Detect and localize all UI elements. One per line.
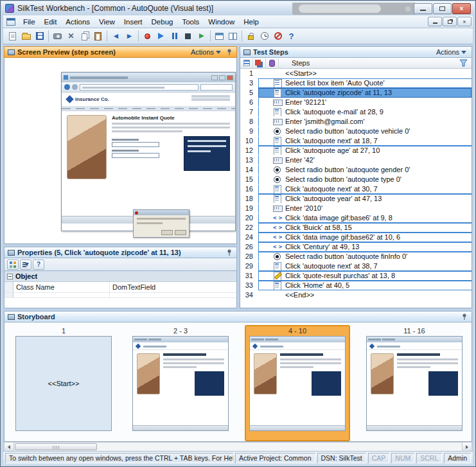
categorized-button[interactable]: [7, 260, 19, 270]
test-step-row[interactable]: 28Select radio button 'autoquote finInfo…: [240, 252, 472, 261]
window-layout-button[interactable]: [213, 30, 226, 43]
scroll-right-button[interactable]: [462, 443, 472, 451]
split-layout-button[interactable]: [226, 30, 240, 43]
test-step-row[interactable]: 10Click 'autoquote next' at 18, 7: [240, 136, 472, 146]
undo-button[interactable]: ◄: [109, 30, 123, 43]
clock-button[interactable]: [258, 30, 271, 43]
storyboard-page-thumbnail[interactable]: [366, 336, 463, 431]
screen-preview-actions-button[interactable]: Actions: [189, 48, 223, 57]
test-step-row[interactable]: 18Click 'autoquote year' at 47, 13: [240, 194, 472, 204]
scrollbar-thumb[interactable]: [15, 443, 97, 450]
test-step-row[interactable]: 9Select radio button 'autoquote vehicle …: [240, 127, 472, 136]
title-bar[interactable]: SilkTest Workbench - [Common - AutoQuote…: [1, 1, 475, 15]
mdi-minimize-button[interactable]: [428, 17, 442, 26]
mdi-child-icon[interactable]: [6, 18, 15, 26]
menu-insert[interactable]: Insert: [119, 17, 147, 27]
test-step-row[interactable]: 13Enter '42': [240, 155, 472, 165]
scroll-left-button[interactable]: [4, 443, 14, 451]
close-button[interactable]: ×: [452, 3, 471, 14]
minimize-button[interactable]: [414, 3, 432, 14]
paste-button[interactable]: [91, 30, 105, 43]
play-button[interactable]: [154, 30, 168, 43]
maximize-button[interactable]: [433, 3, 452, 14]
stop-button[interactable]: [181, 30, 195, 43]
mdi-restore-button[interactable]: [443, 17, 457, 26]
menu-tools[interactable]: Tools: [177, 17, 204, 27]
property-grid[interactable]: Object Class NameDomTextField: [4, 271, 237, 308]
test-steps-header[interactable]: Test Steps Actions: [240, 46, 472, 58]
block-button[interactable]: [271, 30, 285, 43]
test-step-row[interactable]: 6Enter '92121': [240, 98, 472, 107]
steps-column-header[interactable]: Steps: [240, 58, 472, 69]
screenshot-column-icon[interactable]: [253, 58, 266, 68]
test-step-row[interactable]: 22Click 'Buick' at 58, 15: [240, 223, 472, 233]
test-step-row[interactable]: 31Click 'quote-result purchas' at 13, 8: [240, 271, 472, 281]
storyboard-cell-label: 1: [15, 327, 112, 336]
screen-preview-body[interactable]: Insurance Co. Automobile Instant Quote: [4, 58, 237, 244]
storyboard-cell[interactable]: 4 - 10: [245, 325, 350, 441]
filter-funnel-icon[interactable]: [459, 59, 468, 67]
test-step-row[interactable]: 1<<Start>>: [240, 69, 472, 78]
storyboard-header[interactable]: Storyboard: [4, 311, 472, 322]
lock-button[interactable]: [244, 30, 258, 43]
copy-button[interactable]: [78, 30, 91, 43]
test-step-row[interactable]: 33Click 'Home' at 40, 5: [240, 281, 472, 290]
mdi-close-button[interactable]: ×: [457, 17, 472, 26]
test-step-row[interactable]: 5Click 'autoquote zipcode' at 11, 13: [240, 88, 472, 98]
resume-button[interactable]: [195, 30, 208, 43]
pause-button[interactable]: [168, 30, 181, 43]
pin-icon[interactable]: [225, 249, 233, 256]
collapse-icon[interactable]: [7, 274, 13, 279]
menu-actions[interactable]: Actions: [61, 17, 94, 27]
storyboard-cell[interactable]: 2 - 3: [128, 325, 233, 441]
cut-button[interactable]: ✕: [64, 30, 78, 43]
new-button[interactable]: [6, 30, 19, 43]
test-step-row[interactable]: 7Click 'autoquote e-mail' at 28, 9: [240, 107, 472, 117]
storyboard-page-thumbnail[interactable]: [249, 336, 346, 431]
step-text: Select radio button 'autoquote type 0': [285, 175, 401, 184]
data-column-icon[interactable]: [266, 58, 279, 68]
storyboard-start-thumbnail[interactable]: <<Start>>: [15, 336, 112, 431]
test-step-row[interactable]: 19Enter '2010': [240, 204, 472, 213]
properties-header[interactable]: Properties (5, Click 'autoquote zipcode'…: [4, 247, 237, 258]
test-step-row[interactable]: 24Click 'data image gif;base62' at 10, 6: [240, 233, 472, 242]
chevron-down-icon: [461, 51, 466, 54]
pin-icon[interactable]: [461, 313, 468, 321]
test-step-row[interactable]: 34<<End>>: [240, 290, 472, 300]
menu-file[interactable]: File: [19, 17, 40, 27]
storyboard-page-thumbnail[interactable]: [132, 336, 229, 431]
test-step-row[interactable]: 16Click 'autoquote next' at 30, 7: [240, 184, 472, 194]
storyboard-cell[interactable]: 1<<Start>>: [11, 325, 116, 441]
test-step-row[interactable]: 8Enter 'jsmith@gmail.com': [240, 117, 472, 127]
screen-preview-header[interactable]: Screen Preview (step screen) Actions: [4, 46, 237, 58]
property-group-row[interactable]: Object: [4, 271, 236, 282]
property-row[interactable]: Class NameDomTextField: [4, 282, 236, 293]
property-value[interactable]: DomTextField: [110, 282, 236, 292]
test-steps-actions-button[interactable]: Actions: [434, 48, 468, 57]
test-step-row[interactable]: 15Select radio button 'autoquote type 0': [240, 175, 472, 184]
storyboard-title: Storyboard: [17, 313, 458, 321]
redo-button[interactable]: ►: [123, 30, 136, 43]
test-step-row[interactable]: 29Click 'autoquote next' at 38, 7: [240, 261, 472, 271]
storyboard-scrollbar[interactable]: [4, 442, 472, 452]
menu-debug[interactable]: Debug: [147, 17, 178, 27]
test-step-row[interactable]: 3Select list box item 'Auto Quote': [240, 78, 472, 88]
rownumber-column-icon[interactable]: [240, 58, 253, 68]
menu-window[interactable]: Window: [204, 17, 239, 27]
menu-edit[interactable]: Edit: [40, 17, 62, 27]
storyboard-cell[interactable]: 11 - 16: [362, 325, 467, 441]
screenshot-button[interactable]: [51, 30, 64, 43]
property-help-button[interactable]: ?: [33, 260, 44, 270]
sort-alphabetical-button[interactable]: [20, 260, 31, 270]
test-step-row[interactable]: 20Click 'data image gif;base6' at 9, 8: [240, 213, 472, 223]
pin-icon[interactable]: [225, 48, 233, 56]
record-button[interactable]: [141, 30, 154, 43]
menu-view[interactable]: View: [94, 17, 119, 27]
test-step-row[interactable]: 14Select radio button 'autoquote gender …: [240, 165, 472, 175]
help-button[interactable]: ?: [285, 30, 298, 43]
test-step-row[interactable]: 26Click 'Century' at 49, 13: [240, 242, 472, 252]
save-button[interactable]: [33, 30, 46, 43]
menu-help[interactable]: Help: [239, 17, 263, 27]
open-button[interactable]: [19, 30, 33, 43]
test-step-row[interactable]: 12Click 'autoquote age' at 27, 10: [240, 146, 472, 155]
